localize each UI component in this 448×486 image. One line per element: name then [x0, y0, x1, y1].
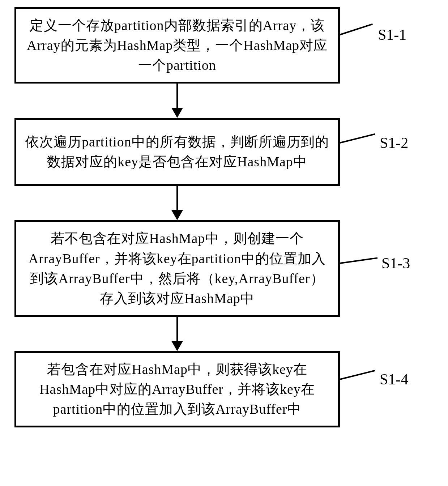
step-text: 依次遍历partition中的所有数据，判断所遍历到的数据对应的key是否包含在…: [25, 134, 329, 169]
step-text: 定义一个存放partition内部数据索引的Array，该Array的元素为Ha…: [27, 18, 328, 73]
connector-line: [340, 370, 375, 380]
label-connector: S1-1: [340, 26, 406, 43]
step-box-3: 若不包含在对应HashMap中，则创建一个ArrayBuffer，并将该key在…: [14, 220, 340, 316]
arrow-down-icon: [14, 84, 340, 118]
arrow-down-icon: [14, 186, 340, 220]
connector-line: [340, 23, 373, 35]
step-box-1: 定义一个存放partition内部数据索引的Array，该Array的元素为Ha…: [14, 7, 340, 84]
connector-line: [340, 257, 378, 264]
step-label: S1-1: [378, 26, 406, 43]
flow-step: 依次遍历partition中的所有数据，判断所遍历到的数据对应的key是否包含在…: [14, 118, 412, 186]
step-text: 若包含在对应HashMap中，则获得该key在HashMap中对应的ArrayB…: [39, 362, 315, 417]
label-connector: S1-4: [340, 371, 408, 388]
step-box-2: 依次遍历partition中的所有数据，判断所遍历到的数据对应的key是否包含在…: [14, 118, 340, 186]
flow-step: 定义一个存放partition内部数据索引的Array，该Array的元素为Ha…: [14, 7, 412, 84]
flow-step: 若包含在对应HashMap中，则获得该key在HashMap中对应的ArrayB…: [14, 351, 412, 427]
step-label: S1-4: [380, 371, 408, 388]
step-label: S1-3: [381, 255, 410, 272]
step-box-4: 若包含在对应HashMap中，则获得该key在HashMap中对应的ArrayB…: [14, 351, 340, 427]
flowchart-container: 定义一个存放partition内部数据索引的Array，该Array的元素为Ha…: [14, 7, 412, 427]
label-connector: S1-2: [340, 134, 408, 152]
step-text: 若不包含在对应HashMap中，则创建一个ArrayBuffer，并将该key在…: [29, 231, 326, 306]
flow-step: 若不包含在对应HashMap中，则创建一个ArrayBuffer，并将该key在…: [14, 220, 412, 316]
connector-line: [340, 133, 375, 144]
label-connector: S1-3: [340, 255, 410, 272]
step-label: S1-2: [380, 134, 408, 152]
arrow-down-icon: [14, 317, 340, 351]
